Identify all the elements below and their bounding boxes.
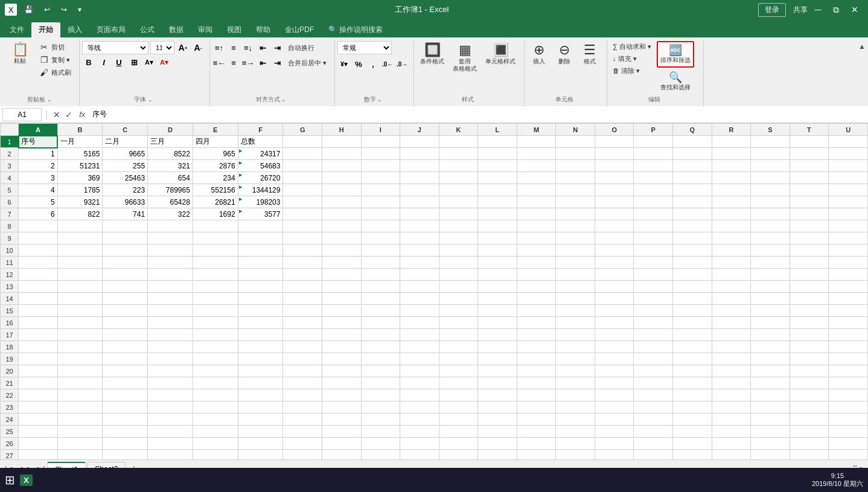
indent-decrease-button[interactable]: ⇤ (256, 41, 269, 54)
cell-E7[interactable]: 1692 (193, 208, 238, 220)
cell-L1[interactable] (478, 136, 517, 148)
align-middle-button[interactable]: ≡ (227, 41, 240, 54)
cell-B5[interactable]: 1785 (57, 184, 103, 196)
cell-F1[interactable]: 总数 (238, 136, 283, 148)
row-header-6[interactable]: 6 (1, 196, 19, 208)
cell-H5[interactable] (322, 184, 362, 196)
cell-T2[interactable] (790, 148, 829, 160)
cell-U5[interactable] (829, 184, 868, 196)
bold-button[interactable]: B (82, 56, 95, 69)
cell-K3[interactable] (439, 160, 478, 172)
cell-G1[interactable] (283, 136, 322, 148)
merge-center-button[interactable]: 合并后居中 ▾ (285, 57, 330, 69)
col-header-A[interactable]: A (19, 124, 58, 136)
cell-A2[interactable]: 1 (19, 148, 58, 160)
cell-T7[interactable] (790, 208, 829, 220)
tab-insert[interactable]: 插入 (60, 22, 89, 37)
cell-U6[interactable] (829, 196, 868, 208)
col-header-K[interactable]: K (439, 124, 478, 136)
align-left-button[interactable]: ≡← (212, 56, 226, 69)
cell-J4[interactable] (400, 172, 439, 184)
cell-R6[interactable] (712, 196, 751, 208)
cell-M1[interactable] (517, 136, 556, 148)
font-size-select[interactable]: 11 (150, 41, 174, 54)
cell-O2[interactable] (595, 148, 634, 160)
close-button[interactable]: ✕ (846, 4, 863, 16)
cell-K6[interactable] (439, 196, 478, 208)
tab-help[interactable]: 帮助 (249, 22, 278, 37)
align-right-button[interactable]: ≡→ (241, 56, 255, 69)
cell-I2[interactable] (361, 148, 400, 160)
cell-E3[interactable]: 2876 (193, 160, 238, 172)
cell-F6[interactable]: 198203▶ (238, 196, 283, 208)
cell-K4[interactable] (439, 172, 478, 184)
font-name-select[interactable]: 等线 (82, 41, 148, 54)
indent-increase-button[interactable]: ⇥ (270, 41, 284, 54)
cell-K5[interactable] (439, 184, 478, 196)
cell-S1[interactable] (751, 136, 790, 148)
cell-C6[interactable]: 96633 (103, 196, 148, 208)
ribbon-collapse[interactable]: ▲ (856, 40, 868, 106)
cell-O6[interactable] (595, 196, 634, 208)
cell-F4[interactable]: 26720▶ (238, 172, 283, 184)
cell-T6[interactable] (790, 196, 829, 208)
col-header-Q[interactable]: Q (673, 124, 712, 136)
auto-wrap-button[interactable]: 自动换行 (285, 42, 318, 54)
cell-C3[interactable]: 255 (103, 160, 148, 172)
italic-button[interactable]: I (97, 56, 110, 69)
indent-less-button[interactable]: ⇤ (256, 56, 269, 69)
col-header-U[interactable]: U (829, 124, 868, 136)
cell-reference-box[interactable]: A1 (2, 108, 42, 121)
cell-M6[interactable] (517, 196, 556, 208)
col-header-P[interactable]: P (634, 124, 673, 136)
cell-H3[interactable] (322, 160, 362, 172)
cell-N1[interactable] (556, 136, 595, 148)
col-header-M[interactable]: M (517, 124, 556, 136)
cell-B1[interactable]: 一月 (57, 136, 103, 148)
row-header-4[interactable]: 4 (1, 172, 19, 184)
cell-K7[interactable] (439, 208, 478, 220)
cell-P1[interactable] (634, 136, 673, 148)
cell-G7[interactable] (283, 208, 322, 220)
cell-G2[interactable] (283, 148, 322, 160)
share-button[interactable]: 共享 (793, 5, 808, 15)
cell-E6[interactable]: 26821 (193, 196, 238, 208)
align-center-button[interactable]: ≡ (227, 56, 240, 69)
table-format-button[interactable]: ▦ 套用表格格式 (449, 41, 480, 75)
cell-O3[interactable] (595, 160, 634, 172)
cell-Q6[interactable] (673, 196, 712, 208)
col-header-D[interactable]: D (148, 124, 193, 136)
cell-E1[interactable]: 四月 (193, 136, 238, 148)
cell-J7[interactable] (400, 208, 439, 220)
cell-A6[interactable]: 5 (19, 196, 58, 208)
restore-button[interactable]: ⧉ (828, 4, 844, 16)
cell-U7[interactable] (829, 208, 868, 220)
decrease-decimal-button[interactable]: .0← (381, 57, 394, 71)
save-button[interactable]: 💾 (21, 4, 37, 15)
cell-B6[interactable]: 9321 (57, 196, 103, 208)
percent-button[interactable]: % (352, 57, 365, 71)
insert-button[interactable]: ⊕ 插入 (527, 41, 551, 68)
qa-dropdown-button[interactable]: ▾ (74, 4, 85, 15)
tab-jinshan-pdf[interactable]: 金山PDF (278, 22, 321, 37)
col-header-E[interactable]: E (193, 124, 238, 136)
autosum-button[interactable]: ∑ 自动求和 ▾ (610, 41, 654, 53)
cell-G3[interactable] (283, 160, 322, 172)
cell-G6[interactable] (283, 196, 322, 208)
cell-J1[interactable] (400, 136, 439, 148)
cell-Q4[interactable] (673, 172, 712, 184)
cell-G5[interactable] (283, 184, 322, 196)
col-header-O[interactable]: O (595, 124, 634, 136)
cell-J3[interactable] (400, 160, 439, 172)
col-header-B[interactable]: B (57, 124, 103, 136)
cell-I7[interactable] (361, 208, 400, 220)
cell-H4[interactable] (322, 172, 362, 184)
cell-J2[interactable] (400, 148, 439, 160)
cell-P7[interactable] (634, 208, 673, 220)
col-header-S[interactable]: S (751, 124, 790, 136)
cell-J6[interactable] (400, 196, 439, 208)
cell-styles-button[interactable]: 🔳 单元格样式 (482, 41, 519, 68)
col-header-C[interactable]: C (103, 124, 148, 136)
cell-B2[interactable]: 5165 (57, 148, 103, 160)
cell-D6[interactable]: 65428 (148, 196, 193, 208)
